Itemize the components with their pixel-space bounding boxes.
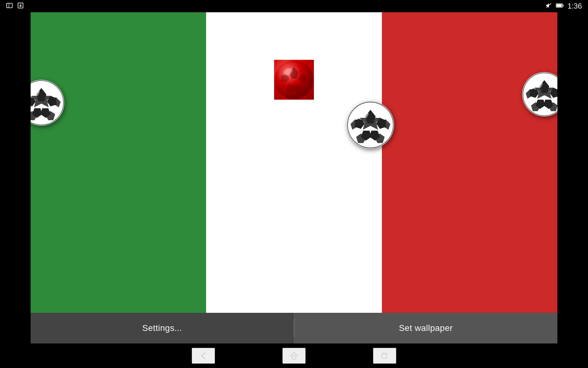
set-wallpaper-label: Set wallpaper [399, 323, 453, 333]
time-display: 1:36 [567, 2, 582, 10]
download-icon [17, 2, 24, 10]
svg-point-32 [522, 72, 557, 116]
svg-rect-41 [383, 353, 386, 354]
home-button[interactable] [282, 348, 306, 364]
svg-marker-36 [536, 100, 545, 109]
soccer-ball-2 [274, 60, 314, 100]
gallery-icon [6, 2, 13, 10]
svg-marker-27 [376, 118, 386, 129]
svg-marker-13 [32, 108, 42, 118]
status-right-icons: 1:36 [545, 2, 582, 10]
settings-button[interactable]: Settings... [31, 313, 294, 343]
svg-marker-35 [550, 88, 557, 98]
svg-point-23 [347, 102, 394, 148]
svg-marker-33 [540, 80, 549, 93]
svg-marker-12 [47, 96, 57, 107]
svg-point-15 [31, 88, 41, 100]
action-bar: Settings... Set wallpaper [31, 313, 557, 343]
nav-bar [0, 343, 588, 368]
soccer-ball-3 [347, 101, 394, 149]
svg-rect-1 [7, 3, 9, 8]
svg-marker-25 [365, 110, 375, 124]
svg-rect-0 [7, 3, 12, 8]
svg-marker-29 [369, 131, 380, 141]
set-wallpaper-button[interactable]: Set wallpaper [294, 313, 557, 343]
svg-marker-10 [36, 88, 47, 102]
soccer-ball-4 [522, 72, 557, 117]
wallpaper-preview [31, 12, 557, 313]
svg-marker-37 [544, 100, 553, 109]
recents-button[interactable] [373, 348, 396, 364]
svg-point-24 [347, 102, 394, 148]
flag-red [382, 12, 557, 313]
svg-point-16 [274, 60, 313, 99]
svg-point-30 [356, 109, 370, 121]
settings-label: Settings... [142, 323, 182, 333]
svg-marker-28 [361, 131, 371, 141]
status-bar: 1:36 [0, 0, 588, 12]
svg-rect-7 [556, 4, 562, 7]
flag-white [206, 12, 382, 313]
battery-icon [556, 3, 564, 10]
svg-marker-11 [31, 96, 36, 107]
svg-point-8 [31, 80, 64, 125]
svg-rect-39 [292, 356, 296, 359]
svg-point-31 [522, 72, 557, 116]
svg-marker-26 [355, 118, 365, 129]
svg-rect-40 [382, 354, 387, 358]
svg-point-38 [531, 80, 544, 91]
flag-green [31, 12, 206, 313]
mute-icon [545, 2, 552, 10]
italian-flag [31, 12, 557, 313]
status-left-icons [6, 2, 24, 10]
svg-marker-14 [40, 108, 51, 118]
back-button[interactable] [192, 348, 215, 364]
svg-point-9 [31, 80, 64, 125]
soccer-ball-1 [31, 80, 64, 126]
svg-marker-34 [530, 88, 539, 98]
svg-rect-6 [563, 5, 564, 6]
